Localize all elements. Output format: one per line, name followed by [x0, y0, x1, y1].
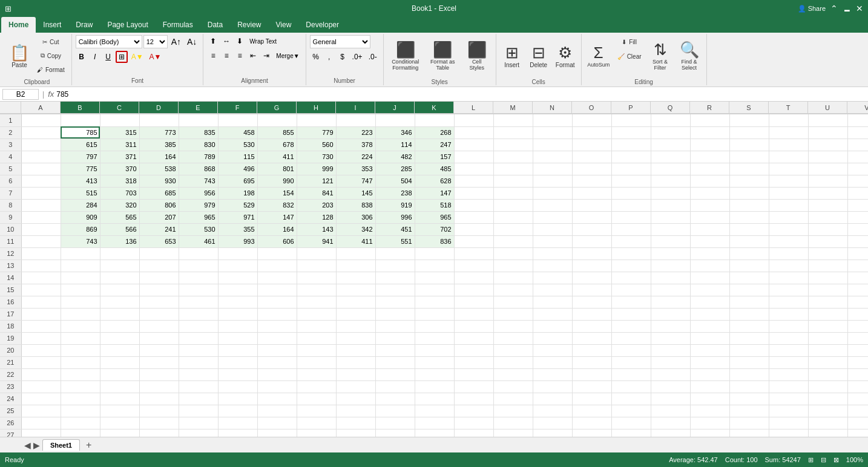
cell-H19[interactable] [297, 332, 336, 344]
cell-F5[interactable]: 496 [218, 163, 257, 175]
cell-S15[interactable] [729, 284, 769, 296]
cell-K1[interactable] [415, 114, 454, 126]
cell-U25[interactable] [808, 405, 847, 417]
cell-V27[interactable] [847, 429, 868, 437]
cell-C3[interactable]: 311 [100, 139, 139, 151]
cell-O21[interactable] [572, 356, 611, 368]
cell-I26[interactable] [336, 417, 375, 429]
cell-U13[interactable] [808, 260, 847, 272]
cell-Q20[interactable] [651, 344, 690, 356]
cell-T8[interactable] [769, 199, 808, 211]
cell-T27[interactable] [769, 429, 808, 437]
cell-O20[interactable] [572, 344, 611, 356]
font-size-select[interactable]: 12 [143, 35, 168, 48]
cell-E3[interactable]: 830 [179, 139, 218, 151]
align-right-button[interactable]: ≡ [234, 50, 246, 62]
cell-N24[interactable] [533, 393, 572, 405]
cell-G22[interactable] [257, 368, 297, 380]
cell-K23[interactable] [415, 380, 454, 393]
cell-U11[interactable] [808, 235, 847, 247]
cell-N3[interactable] [533, 139, 572, 151]
cell-H13[interactable] [297, 260, 336, 272]
cell-H1[interactable] [297, 114, 336, 126]
cell-C26[interactable] [100, 417, 139, 429]
cell-G24[interactable] [257, 393, 297, 405]
cell-P20[interactable] [611, 344, 651, 356]
cell-S4[interactable] [729, 151, 769, 163]
cell-T24[interactable] [769, 393, 808, 405]
cell-T1[interactable] [769, 114, 808, 126]
cell-U4[interactable] [808, 151, 847, 163]
cell-L16[interactable] [454, 296, 493, 308]
cell-J1[interactable] [375, 114, 415, 126]
cell-D10[interactable]: 241 [139, 223, 179, 235]
cell-P19[interactable] [611, 332, 651, 344]
cell-S27[interactable] [729, 429, 769, 437]
cell-E24[interactable] [179, 393, 218, 405]
percent-button[interactable]: % [310, 51, 322, 63]
cell-N20[interactable] [533, 344, 572, 356]
cell-Q5[interactable] [651, 163, 690, 175]
cell-D13[interactable] [139, 260, 179, 272]
cell-O8[interactable] [572, 199, 611, 211]
cell-S24[interactable] [729, 393, 769, 405]
page-layout-view-button[interactable]: ⊟ [821, 456, 826, 464]
cell-D26[interactable] [139, 417, 179, 429]
cell-B7[interactable]: 515 [61, 187, 100, 199]
cell-J3[interactable]: 114 [375, 139, 415, 151]
cell-Q1[interactable] [651, 114, 690, 126]
cell-H9[interactable]: 128 [297, 211, 336, 223]
cell-E5[interactable]: 868 [179, 163, 218, 175]
cell-E14[interactable] [179, 272, 218, 284]
cell-A11[interactable] [21, 235, 61, 247]
cell-L25[interactable] [454, 405, 493, 417]
cell-L4[interactable] [454, 151, 493, 163]
cell-K16[interactable] [415, 296, 454, 308]
cell-N25[interactable] [533, 405, 572, 417]
cell-M19[interactable] [493, 332, 533, 344]
cell-B12[interactable] [61, 247, 100, 260]
cell-D14[interactable] [139, 272, 179, 284]
cell-G13[interactable] [257, 260, 297, 272]
tab-home[interactable]: Home [1, 17, 36, 33]
cell-S2[interactable] [729, 126, 769, 139]
cell-H24[interactable] [297, 393, 336, 405]
cell-F3[interactable]: 530 [218, 139, 257, 151]
cell-B20[interactable] [61, 344, 100, 356]
cell-Q9[interactable] [651, 211, 690, 223]
cell-K10[interactable]: 702 [415, 223, 454, 235]
cell-F21[interactable] [218, 356, 257, 368]
cell-A8[interactable] [21, 199, 61, 211]
cell-E25[interactable] [179, 405, 218, 417]
col-header-O[interactable]: O [572, 102, 611, 114]
cell-P2[interactable] [611, 126, 651, 139]
cell-L19[interactable] [454, 332, 493, 344]
cell-V2[interactable] [847, 126, 868, 139]
col-header-K[interactable]: K [415, 102, 454, 114]
cell-T18[interactable] [769, 320, 808, 332]
cell-V4[interactable] [847, 151, 868, 163]
cell-E18[interactable] [179, 320, 218, 332]
cell-P16[interactable] [611, 296, 651, 308]
cell-H23[interactable] [297, 380, 336, 393]
cell-F15[interactable] [218, 284, 257, 296]
row-num-10[interactable]: 10 [0, 223, 21, 235]
cell-R1[interactable] [690, 114, 729, 126]
cell-M8[interactable] [493, 199, 533, 211]
align-top-button[interactable]: ⬆ [207, 35, 219, 47]
cell-G21[interactable] [257, 356, 297, 368]
cell-P5[interactable] [611, 163, 651, 175]
cell-B1[interactable] [61, 114, 100, 126]
border-button[interactable]: ⊞ [116, 51, 128, 63]
row-num-2[interactable]: 2 [0, 126, 21, 139]
row-num-23[interactable]: 23 [0, 380, 21, 393]
cell-L27[interactable] [454, 429, 493, 437]
cell-R7[interactable] [690, 187, 729, 199]
cell-E6[interactable]: 743 [179, 175, 218, 187]
cell-N11[interactable] [533, 235, 572, 247]
cell-B11[interactable]: 743 [61, 235, 100, 247]
cell-R20[interactable] [690, 344, 729, 356]
cell-O26[interactable] [572, 417, 611, 429]
name-box[interactable] [2, 89, 39, 100]
cell-A14[interactable] [21, 272, 61, 284]
